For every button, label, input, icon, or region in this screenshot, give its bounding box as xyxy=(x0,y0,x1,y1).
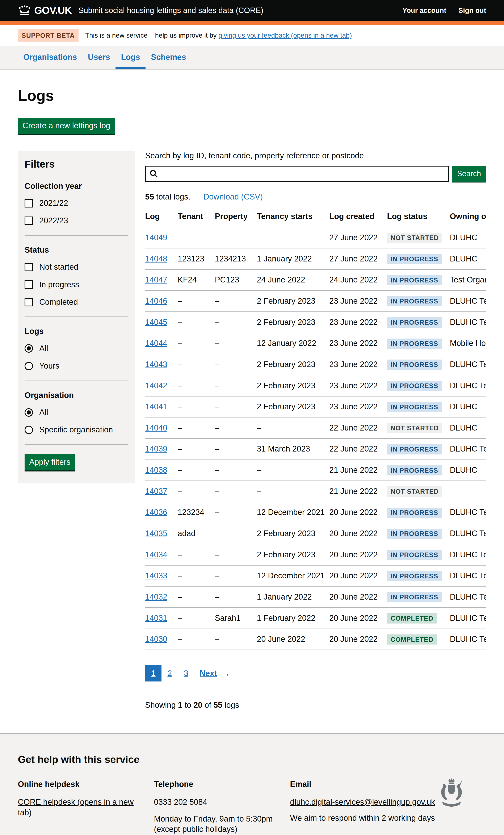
log-id-link[interactable]: 14030 xyxy=(145,635,167,644)
log-id-link[interactable]: 14038 xyxy=(145,466,167,474)
log-id-link[interactable]: 14033 xyxy=(145,571,167,580)
service-name-link[interactable]: Submit social housing lettings and sales… xyxy=(79,5,263,16)
table-row: 14038–––21 June 2022IN PROGRESSDLUHC xyxy=(145,460,486,481)
log-id-link[interactable]: 14049 xyxy=(145,233,167,242)
status-tag: NOT STARTED xyxy=(387,486,442,497)
log-id-link[interactable]: 14044 xyxy=(145,339,167,348)
tab-logs[interactable]: Logs xyxy=(116,46,145,69)
log-cell: 14044 xyxy=(145,333,178,354)
pagination-page-2[interactable]: 2 xyxy=(161,665,178,681)
owning-organisation-cell: DLUHC xyxy=(450,460,486,481)
property-cell: – xyxy=(215,544,257,565)
log-id-link[interactable]: 14048 xyxy=(145,254,167,263)
tenant-cell: – xyxy=(178,417,215,439)
checkbox-not-started[interactable]: Not started xyxy=(24,262,128,272)
log-id-link[interactable]: 14040 xyxy=(145,423,167,432)
radio-icon[interactable] xyxy=(24,344,33,353)
create-lettings-log-button[interactable]: Create a new lettings log xyxy=(18,118,115,134)
page-title: Logs xyxy=(18,86,486,106)
email-link[interactable]: dluhc.digital-services@levellingup.gov.u… xyxy=(290,798,435,807)
your-account-link[interactable]: Your account xyxy=(403,6,446,15)
radio-specific-organisation[interactable]: Specific organisation xyxy=(24,425,128,435)
property-cell: Sarah1 xyxy=(215,608,257,629)
log-id-link[interactable]: 14046 xyxy=(145,297,167,305)
pagination-page-1[interactable]: 1 xyxy=(145,665,161,681)
property-cell: – xyxy=(215,481,257,502)
radio-icon[interactable] xyxy=(24,408,33,417)
filters-panel: Filters Collection year2021/222022/23Sta… xyxy=(18,150,135,483)
checkbox-2021-22[interactable]: 2021/22 xyxy=(24,198,128,208)
tenant-cell: 123123 xyxy=(178,248,215,269)
radio-all[interactable]: All xyxy=(24,343,128,354)
owning-organisation-cell xyxy=(450,481,486,502)
tenant-cell: – xyxy=(178,227,215,248)
phase-banner-text: This is a new service – help us improve … xyxy=(85,31,352,40)
log-id-link[interactable]: 14047 xyxy=(145,275,167,284)
log-id-link[interactable]: 14032 xyxy=(145,592,167,601)
log-id-link[interactable]: 14037 xyxy=(145,487,167,496)
checkbox-icon[interactable] xyxy=(24,298,33,306)
option-label: In progress xyxy=(39,280,79,290)
log-id-link[interactable]: 14042 xyxy=(145,381,167,390)
table-row: 14044––12 January 202223 June 2022IN PRO… xyxy=(145,333,486,354)
log-id-link[interactable]: 14043 xyxy=(145,360,167,369)
core-helpdesk-link[interactable]: CORE helpdesk (opens in a new tab) xyxy=(18,798,134,817)
tenant-cell: – xyxy=(178,439,215,460)
sign-out-link[interactable]: Sign out xyxy=(459,6,486,15)
phase-banner-message: This is a new service – help us improve … xyxy=(85,32,217,39)
status-cell: COMPLETED xyxy=(387,629,450,650)
status-tag: COMPLETED xyxy=(387,634,437,645)
status-cell: IN PROGRESS xyxy=(387,523,450,544)
govuk-logo[interactable]: GOV.UK xyxy=(18,4,72,17)
apply-filters-button[interactable]: Apply filters xyxy=(24,454,75,470)
log-id-link[interactable]: 14041 xyxy=(145,402,167,411)
telephone-hours: Monday to Friday, 9am to 5:30pm(except p… xyxy=(154,814,282,835)
owning-organisation-cell: DLUHC Test xyxy=(450,354,486,375)
tab-organisations[interactable]: Organisations xyxy=(18,46,82,69)
download-csv-link[interactable]: Download (CSV) xyxy=(203,192,263,202)
log-id-link[interactable]: 14035 xyxy=(145,529,167,538)
checkbox-in-progress[interactable]: In progress xyxy=(24,280,128,290)
status-cell: IN PROGRESS xyxy=(387,312,450,333)
tenancy-starts-cell: 31 March 2023 xyxy=(257,439,329,460)
feedback-link[interactable]: giving us your feedback (opens in a new … xyxy=(218,32,352,39)
status-cell: IN PROGRESS xyxy=(387,375,450,396)
table-row: 14045––2 February 202323 June 2022IN PRO… xyxy=(145,312,486,333)
search-input[interactable] xyxy=(146,166,448,181)
log-id-link[interactable]: 14039 xyxy=(145,444,167,453)
checkbox-2022-23[interactable]: 2022/23 xyxy=(24,216,128,226)
log-cell: 14042 xyxy=(145,375,178,396)
tab-schemes[interactable]: Schemes xyxy=(145,46,191,69)
log-cell: 14033 xyxy=(145,565,178,587)
owning-organisation-cell: Test Organisation xyxy=(450,269,486,291)
checkbox-icon[interactable] xyxy=(24,263,33,271)
log-id-link[interactable]: 14034 xyxy=(145,550,167,559)
status-cell: NOT STARTED xyxy=(387,227,450,248)
telephone-number: 0333 202 5084 xyxy=(154,797,282,807)
log-created-cell: 20 June 2022 xyxy=(329,502,387,523)
radio-icon[interactable] xyxy=(24,362,33,370)
radio-yours[interactable]: Yours xyxy=(24,361,128,371)
property-cell: – xyxy=(215,565,257,587)
pagination-page-3[interactable]: 3 xyxy=(178,665,194,681)
tenant-cell: – xyxy=(178,586,215,608)
checkbox-icon[interactable] xyxy=(24,199,33,207)
radio-all[interactable]: All xyxy=(24,407,128,418)
tab-users[interactable]: Users xyxy=(82,46,116,69)
filter-group-label: Logs xyxy=(24,326,128,337)
log-id-link[interactable]: 14045 xyxy=(145,318,167,327)
pagination-next-link[interactable]: Next xyxy=(200,668,217,678)
checkbox-icon[interactable] xyxy=(24,280,33,289)
radio-icon[interactable] xyxy=(24,426,33,434)
search-button[interactable]: Search xyxy=(452,166,486,182)
checkbox-icon[interactable] xyxy=(24,217,33,225)
log-id-link[interactable]: 14031 xyxy=(145,614,167,623)
log-cell: 14039 xyxy=(145,439,178,460)
logs-table-container: LogTenantPropertyTenancy startsLog creat… xyxy=(145,210,486,650)
option-label: Yours xyxy=(39,361,59,371)
checkbox-completed[interactable]: Completed xyxy=(24,297,128,307)
owning-organisation-cell: DLUHC Test xyxy=(450,375,486,396)
table-row: 14043––2 February 202323 June 2022IN PRO… xyxy=(145,354,486,375)
tenancy-starts-cell: 2 February 2023 xyxy=(257,375,329,396)
log-id-link[interactable]: 14036 xyxy=(145,508,167,517)
